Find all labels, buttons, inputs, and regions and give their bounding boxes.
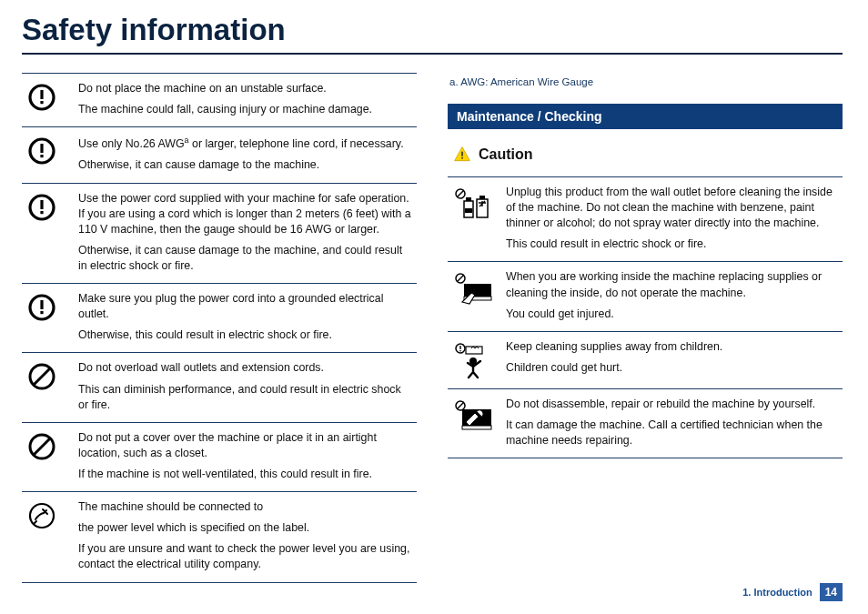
section-header-maintenance: Maintenance / Checking	[448, 104, 843, 129]
bottles-pictogram-icon	[448, 177, 500, 262]
safety-row: Unplug this product from the wall outlet…	[448, 177, 843, 262]
safety-text: The machine should be connected tothe po…	[73, 492, 417, 582]
safety-paragraph: Otherwise, this could result in electric…	[78, 327, 411, 343]
safety-text: Do not disassemble, repair or rebuild th…	[500, 388, 843, 458]
svg-rect-1	[461, 157, 463, 159]
title-rule	[22, 53, 843, 55]
footnote-a: a. AWG: American Wire Gauge	[449, 76, 843, 87]
safety-text: Do not place the machine on an unstable …	[73, 74, 417, 127]
prohibit-icon	[22, 422, 73, 491]
safety-paragraph: If you are unsure and want to check the …	[78, 541, 411, 572]
safety-row: Do not place the machine on an unstable …	[22, 74, 417, 127]
exclaim-icon	[22, 183, 73, 284]
safety-table-left: Do not place the machine on an unstable …	[22, 73, 417, 583]
plug-icon	[22, 492, 73, 582]
safety-row: The machine should be connected tothe po…	[22, 492, 417, 582]
safety-paragraph: Otherwise, it can cause damage to the ma…	[78, 157, 411, 173]
safety-paragraph: The machine should be connected to	[78, 499, 411, 515]
chapter-label: 1. Introduction	[742, 587, 812, 598]
safety-paragraph: Keep cleaning supplies away from childre…	[506, 339, 837, 355]
exclaim-icon	[22, 127, 73, 183]
caution-label: Caution	[479, 146, 533, 163]
safety-paragraph: It can damage the machine. Call a certif…	[506, 418, 837, 448]
safety-text: When you are working inside the machine …	[500, 262, 843, 331]
safety-text: Use only No.26 AWGa or larger, telephone…	[73, 127, 417, 183]
safety-paragraph: Do not disassemble, repair or rebuild th…	[506, 397, 837, 412]
warning-triangle-icon	[453, 146, 471, 164]
safety-row: Keep cleaning supplies away from childre…	[448, 331, 843, 388]
safety-paragraph: This could result in electric shock or f…	[506, 237, 837, 252]
safety-text: Keep cleaning supplies away from childre…	[500, 331, 843, 388]
child-pictogram-icon	[448, 331, 500, 388]
safety-paragraph: Do not overload wall outlets and extensi…	[78, 360, 411, 376]
safety-paragraph: You could get injured.	[506, 307, 837, 322]
safety-paragraph: Use only No.26 AWGa or larger, telephone…	[78, 135, 411, 152]
safety-paragraph: Do not place the machine on an unstable …	[78, 81, 411, 96]
safety-paragraph: Unplug this product from the wall outlet…	[506, 185, 837, 231]
safety-paragraph: Make sure you plug the power cord into a…	[78, 291, 411, 322]
safety-text: Make sure you plug the power cord into a…	[73, 284, 417, 353]
safety-paragraph: This can diminish performance, and could…	[78, 382, 411, 413]
exclaim-icon	[22, 284, 73, 353]
page-title: Safety information	[22, 13, 843, 47]
safety-paragraph: Otherwise, it can cause damage to the ma…	[78, 243, 411, 274]
safety-paragraph: Use the power cord supplied with your ma…	[78, 191, 411, 237]
safety-paragraph: the power level which is specified on th…	[78, 520, 411, 536]
safety-row: Use only No.26 AWGa or larger, telephone…	[22, 127, 417, 183]
svg-rect-0	[461, 152, 463, 156]
safety-row: Make sure you plug the power cord into a…	[22, 284, 417, 353]
safety-paragraph: If the machine is not well-ventilated, t…	[78, 467, 411, 482]
safety-row: Use the power cord supplied with your ma…	[22, 183, 417, 284]
safety-text: Unplug this product from the wall outlet…	[500, 177, 843, 262]
tool-pictogram-icon	[448, 388, 500, 458]
caution-heading: Caution	[453, 146, 843, 164]
hand_machine-pictogram-icon	[448, 262, 500, 331]
safety-row: Do not overload wall outlets and extensi…	[22, 353, 417, 422]
safety-paragraph: The machine could fall, causing injury o…	[78, 102, 411, 117]
safety-text: Do not overload wall outlets and extensi…	[73, 353, 417, 422]
safety-paragraph: Children could get hurt.	[506, 360, 837, 376]
safety-text: Use the power cord supplied with your ma…	[73, 183, 417, 284]
exclaim-icon	[22, 74, 73, 127]
safety-text: Do not put a cover over the machine or p…	[73, 422, 417, 491]
safety-table-right: Unplug this product from the wall outlet…	[448, 176, 843, 458]
page-number: 14	[820, 583, 843, 601]
footnote-ref-a: a	[185, 136, 189, 145]
page-footer: 1. Introduction 14	[742, 583, 843, 601]
safety-row: When you are working inside the machine …	[448, 262, 843, 331]
safety-row: Do not disassemble, repair or rebuild th…	[448, 388, 843, 458]
safety-paragraph: When you are working inside the machine …	[506, 269, 837, 300]
safety-paragraph: Do not put a cover over the machine or p…	[78, 430, 411, 461]
safety-row: Do not put a cover over the machine or p…	[22, 422, 417, 491]
prohibit-icon	[22, 353, 73, 422]
